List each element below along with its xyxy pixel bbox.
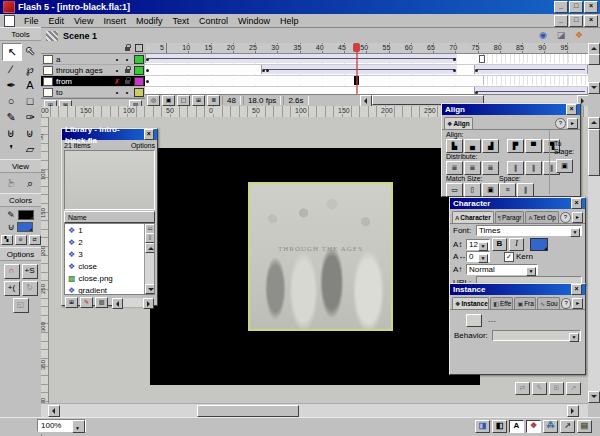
layer-outline-color[interactable]	[132, 66, 145, 75]
tab-text-op[interactable]: AText Op	[525, 211, 558, 223]
stage-vertical-scrollbar[interactable]	[588, 117, 600, 403]
library-item[interactable]: ❖gradient	[65, 284, 145, 294]
scroll-right-arrow[interactable]	[567, 405, 579, 417]
zoom-tool[interactable]: ⌕	[21, 175, 39, 191]
panel-menu-icon[interactable]: ▸	[572, 298, 583, 309]
menu-view[interactable]: View	[69, 16, 98, 26]
explorer-panel-button[interactable]: ⁂	[543, 420, 558, 433]
fill-color-swatch[interactable]	[17, 222, 33, 232]
scrollbar-thumb[interactable]	[197, 405, 299, 417]
align-close-icon[interactable]: ×	[566, 104, 577, 115]
frames-row[interactable]	[145, 76, 588, 87]
pencil-tool[interactable]: ✎	[2, 109, 20, 125]
layer-lock-toggle[interactable]	[122, 77, 132, 86]
library-item[interactable]: ❖3	[65, 248, 145, 260]
font-select[interactable]: Times	[476, 225, 582, 236]
layer-lock-toggle[interactable]	[122, 66, 132, 75]
instance-panel-button[interactable]: ❖	[526, 420, 541, 433]
layer-outline-color[interactable]	[132, 77, 145, 86]
font-size-input[interactable]: 12	[466, 239, 490, 250]
to-stage-button[interactable]: ▣	[556, 159, 573, 173]
swap-symbol-button[interactable]: ⇄	[515, 382, 530, 395]
layer-to[interactable]: to••	[41, 87, 145, 98]
scroll-down-arrow[interactable]	[588, 82, 600, 94]
align-top-button[interactable]: ▛	[507, 139, 524, 153]
onion-skin-outlines-button[interactable]: ▢	[177, 95, 190, 106]
info-panel-button[interactable]: ◨	[475, 420, 490, 433]
eyedropper-tool[interactable]: ❜	[2, 141, 20, 157]
new-symbol-button[interactable]: ⊞	[65, 297, 78, 308]
distribute-v-center-button[interactable]: ≣	[464, 161, 481, 175]
frame-span[interactable]	[483, 54, 586, 63]
layer-a[interactable]: a••	[41, 54, 145, 65]
lasso-tool[interactable]: ℘	[21, 61, 39, 77]
scroll-up-arrow[interactable]	[145, 243, 155, 253]
straighten-button[interactable]: +(	[4, 281, 20, 296]
distribute-bottom-button[interactable]: ≣	[482, 161, 499, 175]
layer-visibility-toggle[interactable]: ✗	[112, 77, 122, 86]
edit-scene-icon[interactable]: ◪	[554, 30, 568, 41]
keyframe-dot[interactable]	[146, 69, 149, 72]
document-icon[interactable]	[4, 15, 15, 27]
scroll-down-arrow[interactable]	[145, 284, 155, 294]
frames-row[interactable]	[145, 54, 588, 65]
tab-align[interactable]: ❖ Align	[444, 117, 473, 129]
library-options-menu[interactable]: Options	[131, 142, 155, 149]
menu-edit[interactable]: Edit	[44, 16, 70, 26]
scrollbar-thumb[interactable]	[588, 129, 600, 176]
doc-restore-button[interactable]: □	[569, 15, 583, 27]
menu-insert[interactable]: Insert	[98, 16, 131, 26]
instance-close-icon[interactable]: ×	[571, 284, 582, 295]
layer-lock-toggle[interactable]: •	[122, 88, 132, 97]
character-close-icon[interactable]: ×	[571, 198, 582, 209]
arrow-tool[interactable]: ↖	[2, 43, 22, 61]
scene-name[interactable]: Scene 1	[63, 31, 97, 41]
keyframe-dot[interactable]	[146, 80, 149, 83]
brush-tool[interactable]: ✑	[21, 109, 39, 125]
distribute-h-center-button[interactable]: ∥	[525, 161, 542, 175]
layer-outline-color[interactable]	[132, 88, 145, 97]
match-height-button[interactable]: ▯	[464, 183, 481, 197]
menu-control[interactable]: Control	[194, 16, 233, 26]
frame-span[interactable]	[483, 76, 586, 85]
layer-visibility-toggle[interactable]: •	[112, 66, 122, 75]
frame-span[interactable]	[145, 76, 484, 85]
playhead[interactable]	[353, 43, 360, 94]
modify-onion-markers-button[interactable]: ≣	[207, 95, 220, 106]
frames-row[interactable]	[145, 65, 588, 76]
panel-menu-icon[interactable]: ▸	[567, 118, 578, 129]
actions-panel-button[interactable]: ↗	[560, 420, 575, 433]
align-title-bar[interactable]: Align ×	[442, 104, 580, 115]
edit-symbols-icon[interactable]: ❖	[572, 30, 586, 41]
library-scrollbar[interactable]: ▭ ▯	[144, 224, 154, 294]
distribute-top-button[interactable]: ≣	[446, 161, 463, 175]
timeline-ruler[interactable]: 5101520253035404550556065707580859095	[145, 43, 588, 54]
tab-instance[interactable]: ❖Instance	[452, 297, 489, 309]
frame-span[interactable]	[145, 65, 262, 74]
preview-window-icon[interactable]: ◉	[536, 30, 550, 41]
tab-sou[interactable]: ∿Sou	[537, 297, 560, 309]
properties-button[interactable]: ✎	[80, 297, 93, 308]
layer-from[interactable]: from✗	[41, 76, 145, 87]
pen-tool[interactable]: ✒	[2, 77, 20, 93]
smooth-button[interactable]: +S	[22, 264, 38, 279]
doc-close-button[interactable]: ×	[584, 15, 598, 27]
tab-fra[interactable]: ▣Fra	[514, 297, 536, 309]
library-close-icon[interactable]: ×	[144, 129, 154, 140]
lock-column-icon[interactable]	[122, 44, 132, 53]
baseline-select[interactable]: Normal	[466, 264, 538, 275]
close-button[interactable]: ×	[584, 1, 598, 13]
help-icon[interactable]: ?	[555, 118, 566, 129]
layer-lock-toggle[interactable]: •	[122, 55, 132, 64]
eraser-tool[interactable]: ▱	[21, 141, 39, 157]
character-title-bar[interactable]: Character ×	[450, 198, 585, 209]
scroll-right-arrow[interactable]	[143, 298, 154, 309]
rotate-button[interactable]: ↻	[22, 281, 38, 296]
bold-button[interactable]: B	[492, 238, 507, 251]
minimize-button[interactable]: _	[554, 1, 568, 13]
keyframe-dot[interactable]	[262, 69, 265, 72]
mixer-panel-button[interactable]: ◧	[492, 420, 507, 433]
text-color-swatch[interactable]	[530, 238, 548, 251]
rectangle-tool[interactable]: □	[21, 93, 39, 109]
library-name-header[interactable]: Name	[64, 211, 155, 223]
